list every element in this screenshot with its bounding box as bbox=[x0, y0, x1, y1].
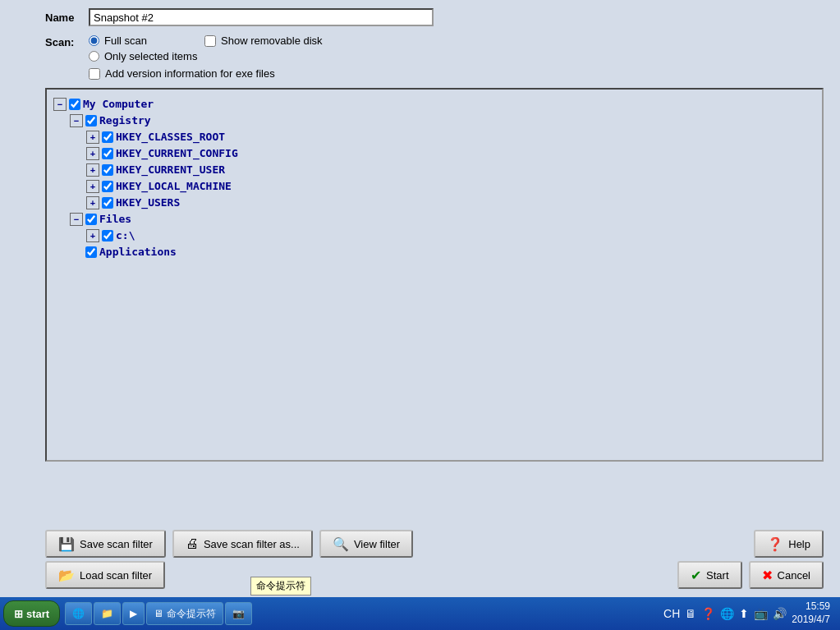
start-label: Start bbox=[706, 569, 728, 582]
main-window: Name Scan: Full scan Show removable disk… bbox=[0, 0, 840, 597]
tray-volume[interactable]: 🔊 bbox=[773, 607, 787, 620]
hkey-current-user-expander[interactable]: + bbox=[86, 163, 99, 177]
scan-options: Full scan Show removable disk Only selec… bbox=[89, 34, 323, 62]
show-removable-row: Show removable disk bbox=[204, 34, 323, 47]
taskbar-ie-icon[interactable]: 🌐 bbox=[65, 602, 92, 625]
applications-item[interactable]: Applications bbox=[70, 244, 815, 260]
hkey-users-item[interactable]: + HKEY_USERS bbox=[86, 195, 815, 211]
save-filter-as-button[interactable]: 🖨 Save scan filter as... bbox=[172, 530, 313, 558]
full-scan-radio[interactable] bbox=[89, 35, 99, 46]
files-checkbox[interactable] bbox=[85, 214, 97, 225]
load-filter-icon: 📂 bbox=[58, 568, 75, 583]
tray-expand[interactable]: ⬆ bbox=[739, 607, 749, 620]
help-label: Help bbox=[788, 538, 810, 550]
bottom-bar-row1: 💾 Save scan filter 🖨 Save scan filter as… bbox=[45, 530, 824, 558]
tooltip: 命令提示符 bbox=[250, 577, 311, 596]
tray-help[interactable]: ❓ bbox=[701, 607, 715, 620]
windows-logo: ⊞ bbox=[14, 608, 23, 620]
cancel-button[interactable]: ✖ Cancel bbox=[749, 561, 824, 589]
hkey-current-config-checkbox[interactable] bbox=[102, 148, 113, 159]
save-filter-label: Save scan filter bbox=[80, 538, 153, 550]
hkey-current-config-item[interactable]: + HKEY_CURRENT_CONFIG bbox=[86, 145, 815, 162]
taskbar-media-icon[interactable]: ▶ bbox=[122, 602, 145, 625]
hkey-current-config-label: HKEY_CURRENT_CONFIG bbox=[116, 145, 238, 162]
taskbar-tray: CH 🖥 ❓ 🌐 ⬆ 📺 🔊 15:59 2019/4/7 bbox=[657, 600, 837, 626]
files-item[interactable]: − Files bbox=[70, 211, 815, 228]
name-input[interactable] bbox=[89, 8, 434, 26]
hkey-current-config-expander[interactable]: + bbox=[86, 147, 99, 160]
help-icon: ❓ bbox=[767, 536, 783, 552]
clock-time: 15:59 bbox=[792, 600, 830, 614]
taskbar-cmd-item[interactable]: 🖥 命令提示符 bbox=[146, 602, 223, 625]
hkey-current-user-item[interactable]: + HKEY_CURRENT_USER bbox=[86, 162, 815, 178]
tooltip-text: 命令提示符 bbox=[256, 580, 305, 591]
save-filter-as-icon: 🖨 bbox=[186, 536, 199, 551]
hkey-classes-checkbox[interactable] bbox=[102, 131, 113, 143]
clock-date: 2019/4/7 bbox=[792, 614, 830, 627]
save-filter-button[interactable]: 💾 Save scan filter bbox=[45, 530, 166, 558]
tray-monitor[interactable]: 🖥 bbox=[685, 607, 696, 620]
tree-root[interactable]: − My Computer bbox=[53, 96, 815, 113]
hkey-users-checkbox[interactable] bbox=[102, 197, 113, 209]
tree-container[interactable]: − My Computer − Registry + HKEY_CLASSES_… bbox=[45, 88, 824, 462]
full-scan-label: Full scan bbox=[104, 34, 147, 47]
bottom-bar2-right: ✔ Start ✖ Cancel bbox=[677, 561, 824, 589]
view-filter-icon: 🔍 bbox=[333, 536, 349, 552]
save-filter-as-label: Save scan filter as... bbox=[204, 538, 300, 550]
start-menu-button[interactable]: ⊞ start bbox=[3, 600, 60, 627]
bottom-bar-left: 💾 Save scan filter 🖨 Save scan filter as… bbox=[45, 530, 413, 558]
cancel-icon: ✖ bbox=[762, 568, 773, 583]
bottom-bar-right: ❓ Help bbox=[754, 530, 824, 558]
files-c-item[interactable]: + c:\ bbox=[86, 228, 815, 244]
cancel-label: Cancel bbox=[778, 569, 810, 582]
root-expander[interactable]: − bbox=[53, 98, 67, 111]
show-removable-label: Show removable disk bbox=[221, 34, 323, 47]
hkey-users-expander[interactable]: + bbox=[86, 196, 99, 209]
help-button[interactable]: ❓ Help bbox=[754, 530, 824, 558]
hkey-local-machine-expander[interactable]: + bbox=[86, 180, 99, 193]
start-button[interactable]: ✔ Start bbox=[677, 561, 741, 589]
only-selected-row: Only selected items bbox=[89, 50, 323, 62]
taskbar-items: 🌐 📁 ▶ 🖥 命令提示符 📷 bbox=[65, 602, 655, 625]
taskbar-cmd-label: 命令提示符 bbox=[167, 607, 216, 621]
tray-ch: CH bbox=[663, 607, 680, 620]
full-scan-row: Full scan bbox=[89, 34, 147, 47]
view-filter-label: View filter bbox=[354, 538, 400, 550]
hkey-classes-item[interactable]: + HKEY_CLASSES_ROOT bbox=[86, 129, 815, 145]
hkey-classes-expander[interactable]: + bbox=[86, 131, 99, 144]
taskbar: ⊞ start 🌐 📁 ▶ 🖥 命令提示符 📷 CH 🖥 ❓ 🌐 ⬆ 📺 🔊 1… bbox=[0, 597, 840, 630]
start-label: start bbox=[26, 608, 49, 620]
root-checkbox[interactable] bbox=[69, 99, 80, 110]
registry-item[interactable]: − Registry bbox=[70, 113, 815, 129]
registry-expander[interactable]: − bbox=[70, 114, 83, 127]
add-version-checkbox[interactable] bbox=[89, 68, 100, 80]
hkey-current-user-label: HKEY_CURRENT_USER bbox=[116, 162, 225, 178]
version-row: Add version information for exe files bbox=[89, 67, 824, 80]
files-expander[interactable]: − bbox=[70, 213, 83, 226]
time-display: 15:59 2019/4/7 bbox=[792, 600, 830, 626]
applications-checkbox[interactable] bbox=[85, 246, 97, 258]
hkey-classes-label: HKEY_CLASSES_ROOT bbox=[116, 129, 225, 145]
hkey-local-machine-item[interactable]: + HKEY_LOCAL_MACHINE bbox=[86, 178, 815, 195]
load-filter-label: Load scan filter bbox=[80, 569, 152, 582]
only-selected-label: Only selected items bbox=[104, 50, 197, 62]
files-label: Files bbox=[99, 211, 131, 228]
files-c-checkbox[interactable] bbox=[102, 230, 113, 241]
registry-label: Registry bbox=[99, 113, 151, 129]
tray-network[interactable]: 🌐 bbox=[720, 607, 734, 620]
bottom-bar2-left: 📂 Load scan filter bbox=[45, 561, 165, 589]
tray-display[interactable]: 📺 bbox=[754, 607, 768, 620]
hkey-current-user-checkbox[interactable] bbox=[102, 164, 113, 176]
only-selected-radio[interactable] bbox=[89, 51, 99, 62]
show-removable-checkbox[interactable] bbox=[204, 35, 216, 47]
scan-label: Scan: bbox=[45, 34, 82, 48]
files-c-expander[interactable]: + bbox=[86, 229, 99, 242]
taskbar-explorer-icon[interactable]: 📁 bbox=[94, 602, 121, 625]
view-filter-button[interactable]: 🔍 View filter bbox=[319, 530, 413, 558]
registry-checkbox[interactable] bbox=[85, 115, 97, 126]
taskbar-app-item[interactable]: 📷 bbox=[225, 602, 252, 625]
save-filter-icon: 💾 bbox=[58, 536, 75, 552]
load-filter-button[interactable]: 📂 Load scan filter bbox=[45, 561, 165, 589]
files-c-label: c:\ bbox=[116, 228, 135, 244]
hkey-local-machine-checkbox[interactable] bbox=[102, 181, 113, 192]
